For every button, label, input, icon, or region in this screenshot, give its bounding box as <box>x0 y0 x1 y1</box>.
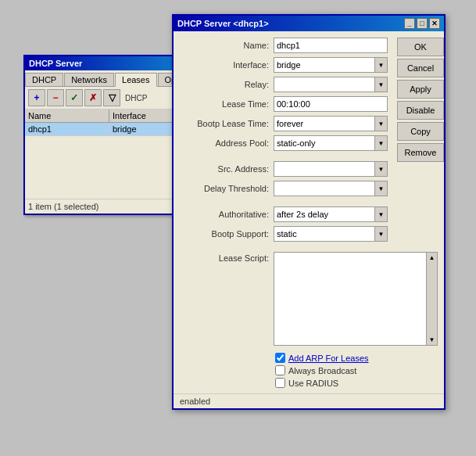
delay-threshold-arrow: ▼ <box>374 181 387 196</box>
name-input[interactable] <box>274 38 388 53</box>
name-row: Name: <box>180 38 388 53</box>
disable-button[interactable]: Disable <box>397 101 444 120</box>
address-pool-label: Address Pool: <box>180 138 274 148</box>
bootp-lease-time-arrow: ▼ <box>374 117 387 131</box>
form-area: Name: Interface: bridge ▼ Relay: ▼ <box>174 38 394 246</box>
authoritative-row: Authoritative: after 2s delay ▼ <box>180 206 388 222</box>
apply-button[interactable]: Apply <box>397 80 444 99</box>
list-empty-area <box>25 136 194 199</box>
scrollbar[interactable]: ▲ ▼ <box>426 253 437 345</box>
remove-button[interactable]: Remove <box>397 143 444 162</box>
use-radius-label: Use RADIUS <box>288 379 338 388</box>
bootp-lease-time-value: forever <box>274 117 374 131</box>
relay-arrow: ▼ <box>374 77 387 92</box>
relay-label: Relay: <box>180 80 274 89</box>
detail-titlebar: DHCP Server <dhcp1> _ □ ✕ <box>174 16 444 31</box>
src-address-select[interactable]: ▼ <box>274 161 388 177</box>
lease-script-label: Lease Script: <box>180 252 274 263</box>
add-arp-label[interactable]: Add ARP For Leases <box>288 354 369 363</box>
lease-time-label: Lease Time: <box>180 99 274 109</box>
authoritative-select[interactable]: after 2s delay ▼ <box>274 206 388 222</box>
minimize-button[interactable]: _ <box>404 18 415 29</box>
address-pool-row: Address Pool: static-only ▼ <box>180 135 388 151</box>
cross-button[interactable]: ✗ <box>84 89 102 106</box>
list-window-title: DHCP Server <box>29 59 82 68</box>
delay-threshold-row: Delay Threshold: ▼ <box>180 181 388 196</box>
relay-select[interactable]: ▼ <box>274 77 388 92</box>
bootp-support-label: Bootp Support: <box>180 229 274 239</box>
filter-button[interactable]: ▽ <box>103 89 120 106</box>
tab-dhcp[interactable]: DHCP <box>25 73 63 86</box>
toolbar-dhcp-label: DHCP <box>125 94 147 102</box>
delay-threshold-select[interactable]: ▼ <box>274 181 388 196</box>
scroll-up: ▲ <box>429 254 435 261</box>
use-radius-checkbox[interactable] <box>275 378 285 388</box>
always-broadcast-checkbox[interactable] <box>275 365 285 375</box>
bootp-support-value: static <box>274 227 374 241</box>
address-pool-select[interactable]: static-only ▼ <box>274 135 388 151</box>
address-pool-value: static-only <box>274 136 374 150</box>
list-header: Name Interface <box>25 110 194 123</box>
bootp-lease-time-label: Bootp Lease Time: <box>180 119 274 128</box>
interface-row: Interface: bridge ▼ <box>180 57 388 73</box>
address-pool-arrow: ▼ <box>374 136 387 150</box>
toolbar: + − ✓ ✗ ▽ DHCP <box>25 87 194 110</box>
relay-row: Relay: ▼ <box>180 77 388 92</box>
detail-title: DHCP Server <dhcp1> <box>177 19 269 28</box>
always-broadcast-label: Always Broadcast <box>288 366 356 375</box>
detail-window: DHCP Server <dhcp1> _ □ ✕ Name: Interfac… <box>172 14 446 410</box>
tab-bar: DHCP Networks Leases Options <box>25 70 194 87</box>
src-address-row: Src. Address: ▼ <box>180 161 388 177</box>
remove-button[interactable]: − <box>47 89 64 106</box>
status-text: enabled <box>180 397 210 406</box>
use-radius-row: Use RADIUS <box>275 378 438 388</box>
buttons-area: OK Cancel Apply Disable Copy Remove <box>394 38 445 246</box>
interface-select[interactable]: bridge ▼ <box>274 57 388 73</box>
lease-script-wrapper: ▲ ▼ <box>274 252 438 346</box>
close-button[interactable]: ✕ <box>429 18 440 29</box>
relay-value <box>274 77 374 92</box>
ok-button[interactable]: OK <box>397 38 444 56</box>
bootp-lease-time-select[interactable]: forever ▼ <box>274 116 388 131</box>
col-name: Name <box>25 110 109 122</box>
detail-content: Name: Interface: bridge ▼ Relay: ▼ <box>174 31 444 252</box>
lease-time-input[interactable] <box>274 96 388 112</box>
interface-label: Interface: <box>180 60 274 70</box>
check-button[interactable]: ✓ <box>66 89 83 106</box>
src-address-value <box>274 162 374 176</box>
bootp-lease-time-row: Bootp Lease Time: forever ▼ <box>180 116 388 131</box>
src-address-arrow: ▼ <box>374 162 387 176</box>
table-row[interactable]: dhcp1 bridge <box>25 123 194 136</box>
add-button[interactable]: + <box>28 89 45 106</box>
authoritative-value: after 2s delay <box>274 207 374 221</box>
delay-threshold-value <box>274 181 374 196</box>
lease-script-area: Lease Script: ▲ ▼ <box>180 252 438 346</box>
name-label: Name: <box>180 41 274 50</box>
interface-arrow: ▼ <box>374 58 387 72</box>
tab-networks[interactable]: Networks <box>64 73 114 86</box>
checkbox-area: Add ARP For Leases Always Broadcast Use … <box>174 350 444 393</box>
list-footer: 1 item (1 selected) <box>25 199 194 214</box>
bootp-support-select[interactable]: static ▼ <box>274 226 388 242</box>
detail-footer: enabled <box>174 393 444 408</box>
authoritative-label: Authoritative: <box>180 210 274 219</box>
lease-script-textarea[interactable] <box>274 253 437 345</box>
cancel-button[interactable]: Cancel <box>397 59 444 77</box>
delay-threshold-label: Delay Threshold: <box>180 184 274 193</box>
list-window: DHCP Server DHCP Networks Leases Options… <box>23 55 195 215</box>
titlebar-controls: _ □ ✕ <box>404 18 440 29</box>
tab-leases[interactable]: Leases <box>115 73 156 87</box>
bootp-support-row: Bootp Support: static ▼ <box>180 226 388 242</box>
add-arp-checkbox[interactable] <box>275 353 285 363</box>
spacer1 <box>180 155 388 161</box>
lease-time-row: Lease Time: <box>180 96 388 112</box>
maximize-button[interactable]: □ <box>417 18 428 29</box>
add-arp-row: Add ARP For Leases <box>275 353 438 363</box>
authoritative-arrow: ▼ <box>374 207 387 221</box>
spacer2 <box>180 200 388 206</box>
src-address-label: Src. Address: <box>180 164 274 174</box>
copy-button[interactable]: Copy <box>397 122 444 141</box>
scroll-down: ▼ <box>429 336 435 343</box>
bootp-support-arrow: ▼ <box>374 227 387 241</box>
row-name: dhcp1 <box>25 123 109 135</box>
